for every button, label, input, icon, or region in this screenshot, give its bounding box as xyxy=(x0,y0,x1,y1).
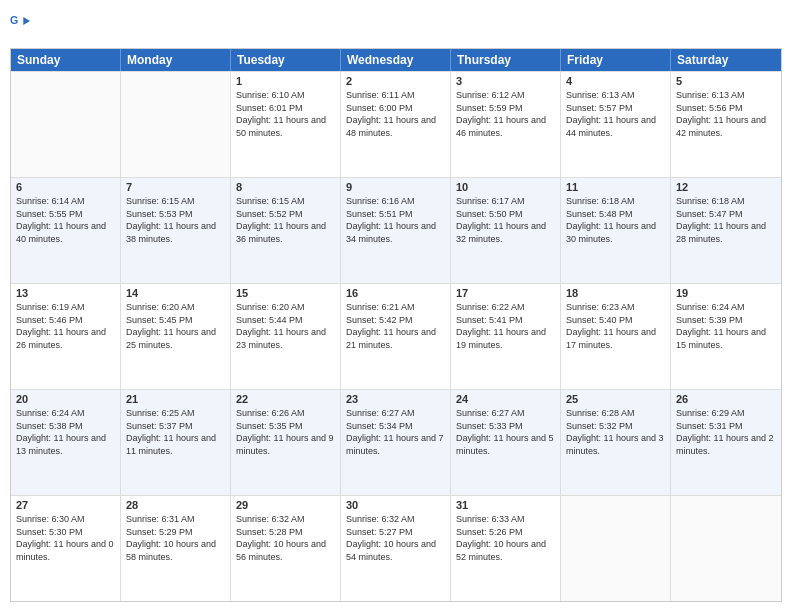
day-number: 3 xyxy=(456,75,555,87)
calendar: SundayMondayTuesdayWednesdayThursdayFrid… xyxy=(10,48,782,602)
day-info: Sunrise: 6:18 AM Sunset: 5:47 PM Dayligh… xyxy=(676,195,776,245)
day-info: Sunrise: 6:26 AM Sunset: 5:35 PM Dayligh… xyxy=(236,407,335,457)
day-info: Sunrise: 6:20 AM Sunset: 5:44 PM Dayligh… xyxy=(236,301,335,351)
day-number: 26 xyxy=(676,393,776,405)
day-info: Sunrise: 6:21 AM Sunset: 5:42 PM Dayligh… xyxy=(346,301,445,351)
day-cell-15: 15Sunrise: 6:20 AM Sunset: 5:44 PM Dayli… xyxy=(231,284,341,389)
day-cell-24: 24Sunrise: 6:27 AM Sunset: 5:33 PM Dayli… xyxy=(451,390,561,495)
day-cell-empty xyxy=(561,496,671,601)
day-cell-21: 21Sunrise: 6:25 AM Sunset: 5:37 PM Dayli… xyxy=(121,390,231,495)
day-info: Sunrise: 6:32 AM Sunset: 5:28 PM Dayligh… xyxy=(236,513,335,563)
day-info: Sunrise: 6:28 AM Sunset: 5:32 PM Dayligh… xyxy=(566,407,665,457)
day-cell-11: 11Sunrise: 6:18 AM Sunset: 5:48 PM Dayli… xyxy=(561,178,671,283)
day-info: Sunrise: 6:33 AM Sunset: 5:26 PM Dayligh… xyxy=(456,513,555,563)
day-header-thursday: Thursday xyxy=(451,49,561,71)
day-header-saturday: Saturday xyxy=(671,49,781,71)
day-info: Sunrise: 6:13 AM Sunset: 5:56 PM Dayligh… xyxy=(676,89,776,139)
day-info: Sunrise: 6:14 AM Sunset: 5:55 PM Dayligh… xyxy=(16,195,115,245)
day-number: 22 xyxy=(236,393,335,405)
week-row-4: 20Sunrise: 6:24 AM Sunset: 5:38 PM Dayli… xyxy=(11,389,781,495)
day-number: 28 xyxy=(126,499,225,511)
day-number: 18 xyxy=(566,287,665,299)
day-cell-8: 8Sunrise: 6:15 AM Sunset: 5:52 PM Daylig… xyxy=(231,178,341,283)
day-cell-23: 23Sunrise: 6:27 AM Sunset: 5:34 PM Dayli… xyxy=(341,390,451,495)
day-info: Sunrise: 6:10 AM Sunset: 6:01 PM Dayligh… xyxy=(236,89,335,139)
day-number: 19 xyxy=(676,287,776,299)
logo: G xyxy=(10,10,32,40)
svg-text:G: G xyxy=(10,14,18,26)
day-header-monday: Monday xyxy=(121,49,231,71)
day-info: Sunrise: 6:32 AM Sunset: 5:27 PM Dayligh… xyxy=(346,513,445,563)
day-info: Sunrise: 6:15 AM Sunset: 5:53 PM Dayligh… xyxy=(126,195,225,245)
day-info: Sunrise: 6:22 AM Sunset: 5:41 PM Dayligh… xyxy=(456,301,555,351)
day-number: 24 xyxy=(456,393,555,405)
day-cell-5: 5Sunrise: 6:13 AM Sunset: 5:56 PM Daylig… xyxy=(671,72,781,177)
day-cell-29: 29Sunrise: 6:32 AM Sunset: 5:28 PM Dayli… xyxy=(231,496,341,601)
day-number: 20 xyxy=(16,393,115,405)
day-info: Sunrise: 6:24 AM Sunset: 5:38 PM Dayligh… xyxy=(16,407,115,457)
day-info: Sunrise: 6:15 AM Sunset: 5:52 PM Dayligh… xyxy=(236,195,335,245)
day-number: 10 xyxy=(456,181,555,193)
day-number: 31 xyxy=(456,499,555,511)
day-info: Sunrise: 6:27 AM Sunset: 5:34 PM Dayligh… xyxy=(346,407,445,457)
day-cell-31: 31Sunrise: 6:33 AM Sunset: 5:26 PM Dayli… xyxy=(451,496,561,601)
day-info: Sunrise: 6:19 AM Sunset: 5:46 PM Dayligh… xyxy=(16,301,115,351)
day-cell-4: 4Sunrise: 6:13 AM Sunset: 5:57 PM Daylig… xyxy=(561,72,671,177)
day-number: 23 xyxy=(346,393,445,405)
day-cell-empty xyxy=(121,72,231,177)
day-cell-3: 3Sunrise: 6:12 AM Sunset: 5:59 PM Daylig… xyxy=(451,72,561,177)
day-info: Sunrise: 6:20 AM Sunset: 5:45 PM Dayligh… xyxy=(126,301,225,351)
day-cell-9: 9Sunrise: 6:16 AM Sunset: 5:51 PM Daylig… xyxy=(341,178,451,283)
day-number: 15 xyxy=(236,287,335,299)
day-cell-28: 28Sunrise: 6:31 AM Sunset: 5:29 PM Dayli… xyxy=(121,496,231,601)
day-info: Sunrise: 6:17 AM Sunset: 5:50 PM Dayligh… xyxy=(456,195,555,245)
day-cell-1: 1Sunrise: 6:10 AM Sunset: 6:01 PM Daylig… xyxy=(231,72,341,177)
day-number: 17 xyxy=(456,287,555,299)
day-cell-19: 19Sunrise: 6:24 AM Sunset: 5:39 PM Dayli… xyxy=(671,284,781,389)
day-number: 16 xyxy=(346,287,445,299)
day-number: 5 xyxy=(676,75,776,87)
day-headers: SundayMondayTuesdayWednesdayThursdayFrid… xyxy=(11,49,781,71)
day-number: 11 xyxy=(566,181,665,193)
day-info: Sunrise: 6:25 AM Sunset: 5:37 PM Dayligh… xyxy=(126,407,225,457)
day-number: 27 xyxy=(16,499,115,511)
day-cell-empty xyxy=(671,496,781,601)
day-cell-18: 18Sunrise: 6:23 AM Sunset: 5:40 PM Dayli… xyxy=(561,284,671,389)
day-cell-22: 22Sunrise: 6:26 AM Sunset: 5:35 PM Dayli… xyxy=(231,390,341,495)
calendar-page: G SundayMondayTuesdayWednesdayThursdayFr… xyxy=(0,0,792,612)
day-number: 29 xyxy=(236,499,335,511)
day-number: 1 xyxy=(236,75,335,87)
day-info: Sunrise: 6:30 AM Sunset: 5:30 PM Dayligh… xyxy=(16,513,115,563)
day-cell-10: 10Sunrise: 6:17 AM Sunset: 5:50 PM Dayli… xyxy=(451,178,561,283)
day-number: 25 xyxy=(566,393,665,405)
day-info: Sunrise: 6:12 AM Sunset: 5:59 PM Dayligh… xyxy=(456,89,555,139)
week-row-1: 1Sunrise: 6:10 AM Sunset: 6:01 PM Daylig… xyxy=(11,71,781,177)
day-number: 13 xyxy=(16,287,115,299)
day-number: 12 xyxy=(676,181,776,193)
day-info: Sunrise: 6:31 AM Sunset: 5:29 PM Dayligh… xyxy=(126,513,225,563)
day-info: Sunrise: 6:27 AM Sunset: 5:33 PM Dayligh… xyxy=(456,407,555,457)
day-number: 4 xyxy=(566,75,665,87)
day-number: 7 xyxy=(126,181,225,193)
day-info: Sunrise: 6:23 AM Sunset: 5:40 PM Dayligh… xyxy=(566,301,665,351)
day-number: 6 xyxy=(16,181,115,193)
week-row-5: 27Sunrise: 6:30 AM Sunset: 5:30 PM Dayli… xyxy=(11,495,781,601)
day-header-friday: Friday xyxy=(561,49,671,71)
day-cell-14: 14Sunrise: 6:20 AM Sunset: 5:45 PM Dayli… xyxy=(121,284,231,389)
day-cell-13: 13Sunrise: 6:19 AM Sunset: 5:46 PM Dayli… xyxy=(11,284,121,389)
week-row-3: 13Sunrise: 6:19 AM Sunset: 5:46 PM Dayli… xyxy=(11,283,781,389)
day-number: 9 xyxy=(346,181,445,193)
day-cell-16: 16Sunrise: 6:21 AM Sunset: 5:42 PM Dayli… xyxy=(341,284,451,389)
day-cell-27: 27Sunrise: 6:30 AM Sunset: 5:30 PM Dayli… xyxy=(11,496,121,601)
day-cell-2: 2Sunrise: 6:11 AM Sunset: 6:00 PM Daylig… xyxy=(341,72,451,177)
day-info: Sunrise: 6:24 AM Sunset: 5:39 PM Dayligh… xyxy=(676,301,776,351)
week-row-2: 6Sunrise: 6:14 AM Sunset: 5:55 PM Daylig… xyxy=(11,177,781,283)
day-cell-6: 6Sunrise: 6:14 AM Sunset: 5:55 PM Daylig… xyxy=(11,178,121,283)
header: G xyxy=(10,10,782,40)
day-info: Sunrise: 6:11 AM Sunset: 6:00 PM Dayligh… xyxy=(346,89,445,139)
day-number: 2 xyxy=(346,75,445,87)
day-number: 30 xyxy=(346,499,445,511)
day-cell-20: 20Sunrise: 6:24 AM Sunset: 5:38 PM Dayli… xyxy=(11,390,121,495)
day-cell-30: 30Sunrise: 6:32 AM Sunset: 5:27 PM Dayli… xyxy=(341,496,451,601)
day-cell-empty xyxy=(11,72,121,177)
